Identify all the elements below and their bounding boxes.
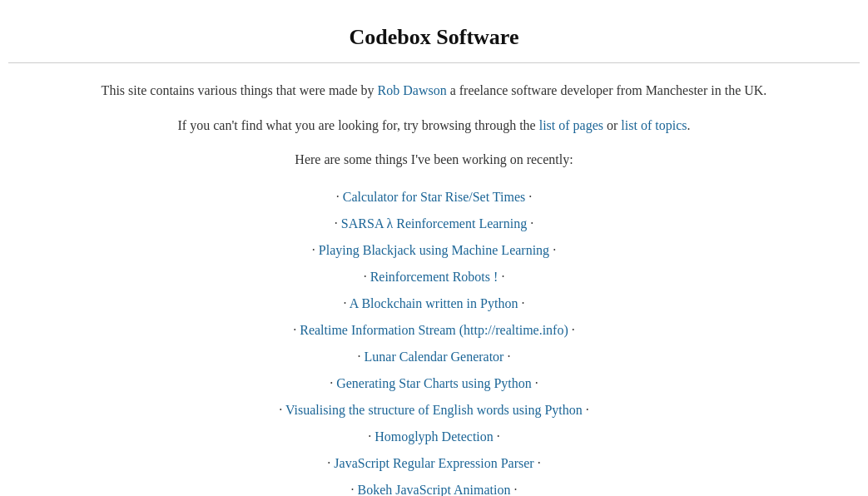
list-item: · Homoglyph Detection · [33,424,835,450]
recently-paragraph: Here are some things I've been working o… [33,149,835,171]
main-content: This site contains various things that w… [0,63,868,496]
intro-text-after: a freelance software developer from Manc… [447,83,767,97]
link-js-regex-parser[interactable]: JavaScript Regular Expression Parser [334,456,533,470]
link-homoglyph-detection[interactable]: Homoglyph Detection [374,429,494,444]
author-link[interactable]: Rob Dawson [378,83,447,97]
browse-paragraph: If you can't find what you are looking f… [33,115,835,136]
list-item: · Generating Star Charts using Python · [33,370,835,397]
list-item: · Visualising the structure of English w… [33,397,835,424]
link-calculator-star-rise[interactable]: Calculator for Star Rise/Set Times [343,190,526,204]
site-title: Codebox Software [17,25,851,50]
list-item: · Playing Blackjack using Machine Learni… [33,237,835,264]
link-realtime-info[interactable]: Realtime Information Stream (http://real… [300,323,568,337]
link-playing-blackjack[interactable]: Playing Blackjack using Machine Learning [319,243,549,257]
intro-text-before: This site contains various things that w… [102,83,378,97]
browse-text-before: If you can't find what you are looking f… [178,118,539,132]
link-bokeh-animation[interactable]: Bokeh JavaScript Animation [358,483,511,496]
list-of-topics-link[interactable]: list of topics [621,118,687,132]
link-visualising-structure[interactable]: Visualising the structure of English wor… [285,403,583,417]
list-item: · JavaScript Regular Expression Parser · [33,450,835,477]
list-item: · SARSA λ Reinforcement Learning · [33,211,835,237]
link-sarsa-reinforcement[interactable]: SARSA λ Reinforcement Learning [341,216,527,231]
links-list: · Calculator for Star Rise/Set Times · ·… [33,184,835,496]
browse-text-end: . [687,118,690,132]
intro-paragraph: This site contains various things that w… [33,80,835,102]
link-blockchain-python[interactable]: A Blockchain written in Python [350,296,518,310]
list-item: · Lunar Calendar Generator · [33,344,835,370]
list-item: · Bokeh JavaScript Animation · [33,477,835,496]
list-item: · Realtime Information Stream (http://re… [33,317,835,344]
list-of-pages-link[interactable]: list of pages [539,118,603,132]
link-lunar-calendar[interactable]: Lunar Calendar Generator [365,350,504,364]
browse-text-middle: or [603,118,621,132]
list-item: · A Blockchain written in Python · [33,290,835,317]
link-generating-star-charts[interactable]: Generating Star Charts using Python [336,376,532,390]
list-item: · Calculator for Star Rise/Set Times · [33,184,835,211]
link-reinforcement-robots[interactable]: Reinforcement Robots ! [370,270,498,284]
list-item: · Reinforcement Robots ! · [33,264,835,290]
header: Codebox Software [0,0,868,62]
